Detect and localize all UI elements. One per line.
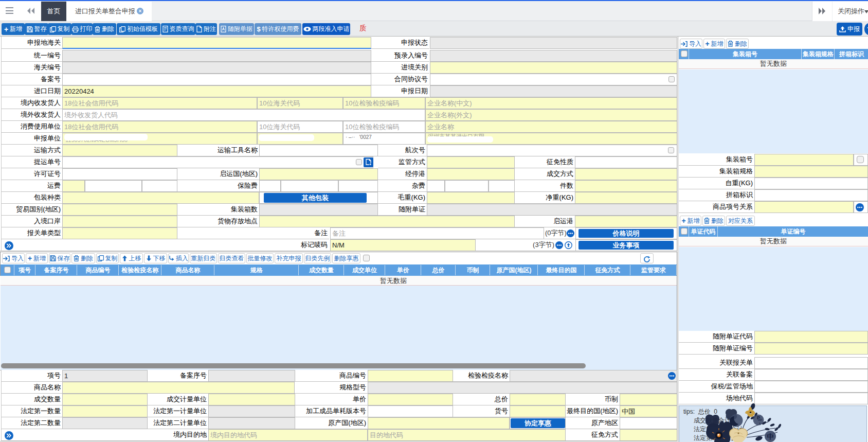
svg-text:中: 中 <box>767 433 774 440</box>
svg-text:,: , <box>759 419 761 425</box>
